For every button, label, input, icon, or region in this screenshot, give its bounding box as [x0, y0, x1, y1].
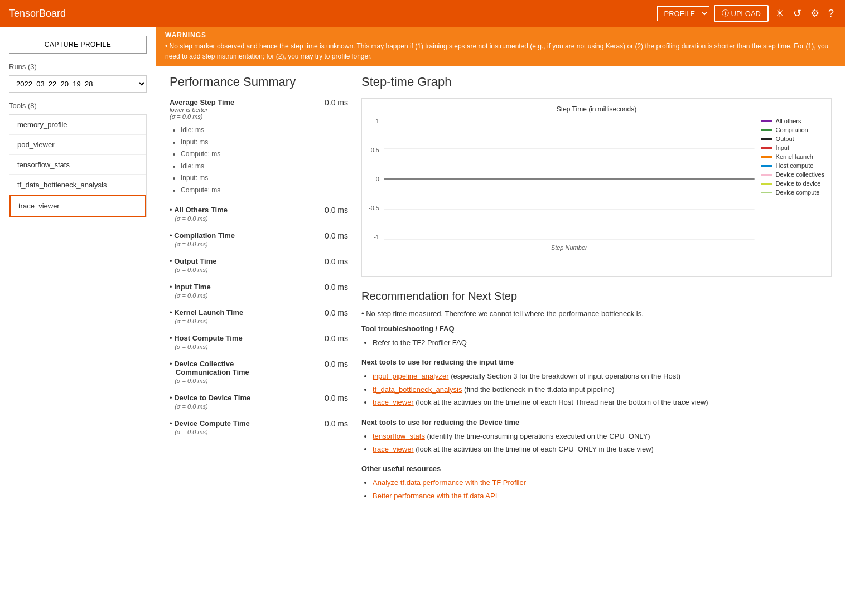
header: TensorBoard PROFILE ⓘ UPLOAD ☀ ↺ ⚙ ?	[0, 0, 845, 27]
app-title: TensorBoard	[9, 8, 66, 20]
avg-step-header: Average Step Time lower is better (σ = 0…	[170, 98, 348, 120]
rec-no-step-text: • No step time measured. Therefore we ca…	[361, 309, 832, 318]
metric-name: Device Collective Communication Time	[170, 360, 249, 376]
metric-sub: (σ = 0.0 ms)	[170, 241, 208, 248]
brightness-icon[interactable]: ☀	[773, 5, 786, 22]
sidebar-item-tf-data-bottleneck[interactable]: tf_data_bottleneck_analysis	[9, 175, 146, 195]
main-layout: CAPTURE PROFILE Runs (3) 2022_03_22_20_1…	[0, 27, 845, 616]
upload-button[interactable]: ⓘ UPLOAD	[714, 5, 769, 22]
refresh-icon[interactable]: ↺	[791, 5, 804, 22]
metric-device-to-device: • Device to Device Time (σ = 0.0 ms) 0.0…	[170, 394, 348, 410]
sidebar-item-tensorflow-stats[interactable]: tensorflow_stats	[9, 155, 146, 175]
rec-next-input: Next tools to use for reducing the input…	[361, 358, 832, 409]
settings-icon[interactable]: ⚙	[808, 5, 822, 22]
metric-value: 0.0 ms	[325, 360, 348, 368]
help-icon[interactable]: ?	[826, 6, 836, 22]
sidebar-item-memory-profile[interactable]: memory_profile	[9, 115, 146, 135]
legend-color-all-others	[761, 120, 772, 122]
metric-value: 0.0 ms	[325, 308, 348, 317]
link-trace-viewer-input[interactable]: trace_viewer	[373, 398, 414, 406]
metric-host-compute: • Host Compute Time (σ = 0.0 ms) 0.0 ms	[170, 334, 348, 351]
list-item: Compute: ms	[181, 185, 348, 197]
list-item: tensorflow_stats (identify the time-cons…	[373, 430, 832, 443]
metric-sub: (σ = 0.0 ms)	[170, 292, 208, 299]
warnings-message: No step marker observed and hence the st…	[165, 42, 828, 60]
step-time-graph-title: Step-time Graph	[361, 75, 832, 89]
link-trace-viewer-device[interactable]: trace_viewer	[373, 445, 414, 453]
warnings-banner: WARNINGS • No step marker observed and h…	[156, 27, 845, 66]
link-tensorflow-stats[interactable]: tensorflow_stats	[373, 432, 425, 440]
list-item: input_pipeline_analyzer (especially Sect…	[373, 370, 832, 382]
legend-compilation: Compilation	[761, 127, 824, 133]
legend-label-kernel: Kernel launch	[776, 153, 813, 160]
rec-next-input-label: Next tools to use for reducing the input…	[361, 358, 832, 366]
graph-x-label: Step Number	[384, 244, 755, 251]
tools-label: Tools (8)	[9, 101, 147, 110]
legend-color-device-compute	[761, 192, 772, 193]
metric-name: Input Time	[174, 283, 210, 291]
y-label-05: 0.5	[371, 147, 379, 153]
metric-sub: (σ = 0.0 ms)	[170, 215, 208, 222]
rec-other-resources: Other useful resources Analyze tf.data p…	[361, 464, 832, 502]
bullet: •	[170, 231, 174, 240]
avg-step-lower: lower is better	[170, 106, 234, 113]
bullet: •	[170, 360, 174, 368]
link-input-pipeline[interactable]: input_pipeline_analyzer	[373, 372, 449, 380]
list-item: Input: ms	[181, 172, 348, 185]
list-item: trace_viewer (look at the activities on …	[373, 443, 832, 455]
metric-value: 0.0 ms	[325, 419, 348, 428]
graph-body: 1 0.5 0 -0.5 -1	[369, 118, 824, 240]
sidebar-item-trace-viewer[interactable]: trace_viewer	[9, 195, 146, 217]
rec-next-device: Next tools to use for reducing the Devic…	[361, 418, 832, 456]
metric-name: All Others Time	[174, 206, 228, 214]
warning-bullet: •	[165, 42, 170, 50]
graph-subtitle: Step Time (in milliseconds)	[369, 105, 824, 113]
list-item: tf_data_bottleneck_analysis (find the bo…	[373, 383, 832, 396]
recommendation-section: Recommendation for Next Step • No step t…	[361, 290, 832, 502]
bullet: •	[170, 308, 174, 317]
capture-profile-button[interactable]: CAPTURE PROFILE	[9, 36, 147, 54]
metric-compilation: • Compilation Time (σ = 0.0 ms) 0.0 ms	[170, 231, 348, 248]
tools-list: memory_profile pod_viewer tensorflow_sta…	[9, 114, 147, 217]
link-better-performance[interactable]: Better performance with the tf.data API	[373, 492, 497, 500]
list-item: Input: ms	[181, 137, 348, 149]
right-col: Step-time Graph Step Time (in millisecon…	[361, 75, 832, 511]
graph-svg-area: Step Number	[384, 118, 755, 240]
rec-tool-faq-label: Tool troubleshooting / FAQ	[361, 324, 832, 333]
metric-sub: (σ = 0.0 ms)	[170, 429, 208, 435]
legend-color-input	[761, 147, 772, 149]
sidebar: CAPTURE PROFILE Runs (3) 2022_03_22_20_1…	[0, 27, 156, 616]
legend-color-kernel	[761, 156, 772, 158]
recommendation-title: Recommendation for Next Step	[361, 290, 832, 303]
bullet: •	[170, 394, 174, 402]
rec-tool-faq-list: Refer to the TF2 Profiler FAQ	[373, 336, 832, 349]
metric-device-collective: • Device Collective Communication Time (…	[170, 360, 348, 385]
bullet: •	[361, 309, 366, 318]
bullet: •	[170, 206, 174, 214]
avg-step-value: 0.0 ms	[325, 98, 348, 107]
profile-select[interactable]: PROFILE	[657, 6, 709, 21]
graph-legend: All others Compilation Output	[761, 118, 824, 240]
legend-label-d2d: Device to device	[776, 180, 821, 187]
runs-label: Runs (3)	[9, 62, 147, 71]
link-tf-data-bottleneck[interactable]: tf_data_bottleneck_analysis	[373, 385, 462, 394]
metric-device-compute: • Device Compute Time (σ = 0.0 ms) 0.0 m…	[170, 419, 348, 436]
rec-tool-faq: Tool troubleshooting / FAQ Refer to the …	[361, 324, 832, 349]
graph-y-axis: 1 0.5 0 -0.5 -1	[369, 118, 384, 240]
legend-label-collectives: Device collectives	[776, 171, 824, 178]
legend-color-compilation	[761, 129, 772, 131]
legend-color-output	[761, 138, 772, 140]
metric-sub: (σ = 0.0 ms)	[170, 318, 208, 324]
runs-section: Runs (3) 2022_03_22_20_19_28	[9, 62, 147, 93]
metric-name: Kernel Launch Time	[174, 308, 243, 317]
metric-sub: (σ = 0.0 ms)	[170, 403, 208, 410]
link-analyze-tfdata[interactable]: Analyze tf.data performance with the TF …	[373, 478, 526, 487]
list-item: Idle: ms	[181, 161, 348, 173]
legend-input: Input	[761, 144, 824, 151]
two-col-layout: Performance Summary Average Step Time lo…	[170, 75, 832, 511]
legend-host-compute: Host compute	[761, 162, 824, 169]
legend-label-all-others: All others	[776, 118, 801, 124]
y-label-neg1: -1	[374, 234, 379, 240]
runs-select[interactable]: 2022_03_22_20_19_28	[9, 75, 147, 93]
sidebar-item-pod-viewer[interactable]: pod_viewer	[9, 135, 146, 155]
